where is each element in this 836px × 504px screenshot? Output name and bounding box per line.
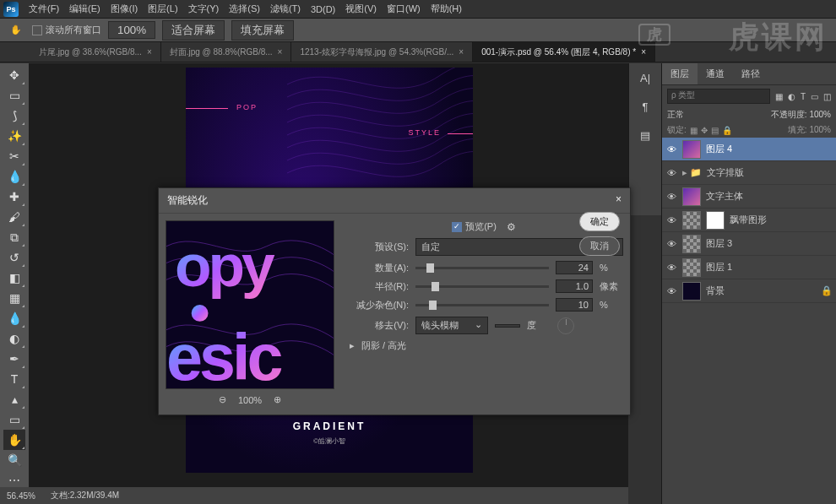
menu-help[interactable]: 帮助(H): [426, 0, 467, 18]
lock-artboard-icon[interactable]: ▤: [711, 126, 719, 135]
fill-value[interactable]: 100%: [809, 125, 831, 134]
tab-paths[interactable]: 路径: [733, 63, 768, 84]
fit-screen-button[interactable]: 适合屏幕: [162, 20, 225, 41]
visibility-icon[interactable]: 👁: [665, 144, 677, 154]
preview-zoom-value[interactable]: 100%: [238, 395, 262, 405]
preview-image[interactable]: opy esic: [166, 220, 334, 389]
opacity-value[interactable]: 100%: [809, 110, 831, 119]
filter-pixel-icon[interactable]: ▦: [775, 92, 783, 101]
menu-edit[interactable]: 编辑(E): [64, 0, 106, 18]
layer-thumb[interactable]: [682, 211, 701, 230]
layer-row[interactable]: 👁 图层 4: [662, 138, 836, 161]
heal-tool[interactable]: ✚: [3, 187, 25, 207]
zoom-100-button[interactable]: 100%: [108, 21, 155, 39]
radius-input[interactable]: 1.0: [556, 279, 593, 293]
noise-input[interactable]: 10: [556, 298, 593, 312]
filter-shape-icon[interactable]: ▭: [811, 92, 818, 101]
expand-icon[interactable]: ▸: [350, 340, 355, 351]
marquee-tool[interactable]: ▭: [3, 85, 25, 106]
type-tool[interactable]: T: [3, 369, 25, 389]
doc-tab-2[interactable]: 1213-炫彩字母海报.jpg @ 54.3%(RGB/...×: [291, 42, 473, 62]
layer-row[interactable]: 👁 图层 1: [662, 256, 836, 279]
close-icon[interactable]: ×: [641, 47, 646, 57]
menu-filter[interactable]: 滤镜(T): [265, 0, 306, 18]
blend-mode-select[interactable]: 正常: [667, 109, 684, 121]
path-select-tool[interactable]: ▴: [3, 389, 25, 409]
filter-type-icon[interactable]: T: [801, 92, 806, 101]
history-brush-tool[interactable]: ↺: [3, 247, 25, 268]
lock-pixels-icon[interactable]: ▦: [690, 126, 698, 135]
menu-type[interactable]: 文字(Y): [183, 0, 225, 18]
layer-row[interactable]: 👁 图层 3: [662, 232, 836, 256]
layer-name[interactable]: 背景: [706, 285, 725, 297]
menu-image[interactable]: 图像(I): [106, 0, 143, 18]
layer-thumb[interactable]: [682, 235, 701, 253]
layer-name[interactable]: 图层 1: [706, 261, 732, 274]
menu-3d[interactable]: 3D(D): [306, 2, 340, 17]
zoom-tool[interactable]: 🔍: [3, 450, 25, 470]
menu-view[interactable]: 视图(V): [340, 0, 382, 18]
close-icon[interactable]: ×: [147, 47, 152, 57]
eraser-tool[interactable]: ◧: [3, 268, 25, 288]
zoom-in-icon[interactable]: ⊕: [274, 394, 281, 405]
layer-name[interactable]: 图层 3: [706, 237, 732, 250]
swatches-panel-icon[interactable]: ▤: [634, 124, 656, 146]
menu-window[interactable]: 窗口(W): [382, 0, 426, 18]
visibility-icon[interactable]: 👁: [665, 239, 677, 249]
doc-tab-0[interactable]: 片尾.jpg @ 38.6%(RGB/8...×: [30, 42, 161, 62]
menu-file[interactable]: 文件(F): [24, 0, 64, 18]
layer-name[interactable]: 文字排版: [707, 166, 744, 179]
cancel-button[interactable]: 取消: [579, 236, 620, 256]
gradient-tool[interactable]: ▦: [3, 288, 25, 308]
pen-tool[interactable]: ✒: [3, 349, 25, 369]
layer-name[interactable]: 飘带图形: [730, 214, 767, 226]
visibility-icon[interactable]: 👁: [665, 286, 677, 296]
fill-screen-button[interactable]: 填充屏幕: [231, 20, 294, 41]
blur-tool[interactable]: 💧: [3, 308, 25, 328]
shadows-highlights-section[interactable]: 阴影 / 高光: [361, 339, 406, 352]
character-panel-icon[interactable]: A|: [634, 67, 656, 89]
hand-tool-icon[interactable]: ✋: [7, 21, 25, 40]
tab-channels[interactable]: 通道: [698, 63, 733, 84]
eyedropper-tool[interactable]: 💧: [3, 166, 25, 187]
layer-name[interactable]: 文字主体: [706, 190, 743, 203]
noise-slider[interactable]: [415, 304, 549, 306]
layer-row[interactable]: 👁 背景 🔒: [662, 279, 836, 303]
amount-input[interactable]: 24: [556, 261, 593, 274]
preview-checkbox[interactable]: ✓ 预览(P): [452, 220, 497, 233]
layer-name[interactable]: 图层 4: [706, 143, 732, 155]
status-docinfo[interactable]: 文档:2.32M/39.4M: [51, 490, 119, 501]
filter-adj-icon[interactable]: ◐: [788, 92, 795, 101]
visibility-icon[interactable]: 👁: [665, 215, 677, 225]
layer-mask[interactable]: [706, 211, 725, 230]
lock-position-icon[interactable]: ✥: [701, 126, 708, 135]
shape-tool[interactable]: ▭: [3, 409, 25, 430]
gear-icon[interactable]: ⚙: [507, 221, 516, 233]
scroll-all-windows-checkbox[interactable]: 滚动所有窗口: [32, 24, 101, 36]
folder-icon[interactable]: ▸ 📁: [682, 167, 702, 178]
crop-tool[interactable]: ✂: [3, 146, 25, 166]
close-icon[interactable]: ×: [616, 193, 622, 208]
quick-select-tool[interactable]: ✨: [3, 126, 25, 146]
close-icon[interactable]: ×: [459, 47, 464, 57]
amount-slider[interactable]: [415, 267, 549, 269]
menu-select[interactable]: 选择(S): [224, 0, 265, 18]
visibility-icon[interactable]: 👁: [665, 192, 677, 202]
layer-row[interactable]: 👁 飘带图形: [662, 209, 836, 232]
layer-thumb[interactable]: [682, 187, 701, 206]
layer-row[interactable]: 👁 ▸ 📁 文字排版: [662, 161, 836, 185]
doc-tab-3[interactable]: 001-演示.psd @ 56.4% (图层 4, RGB/8) *×: [473, 42, 655, 62]
layer-thumb[interactable]: [682, 140, 701, 159]
lock-all-icon[interactable]: 🔒: [722, 126, 732, 135]
filter-smart-icon[interactable]: ◫: [823, 92, 831, 101]
layer-thumb[interactable]: [682, 282, 701, 301]
ok-button[interactable]: 确定: [579, 212, 620, 231]
remove-select[interactable]: 镜头模糊⌄: [415, 317, 488, 334]
status-zoom[interactable]: 56.45%: [7, 491, 35, 501]
dodge-tool[interactable]: ◐: [3, 328, 25, 349]
hand-tool[interactable]: ✋: [3, 430, 25, 450]
radius-slider[interactable]: [415, 285, 549, 288]
stamp-tool[interactable]: ⧉: [3, 227, 25, 247]
angle-dial[interactable]: [557, 317, 574, 334]
layer-filter-input[interactable]: ρ 类型: [667, 89, 770, 104]
